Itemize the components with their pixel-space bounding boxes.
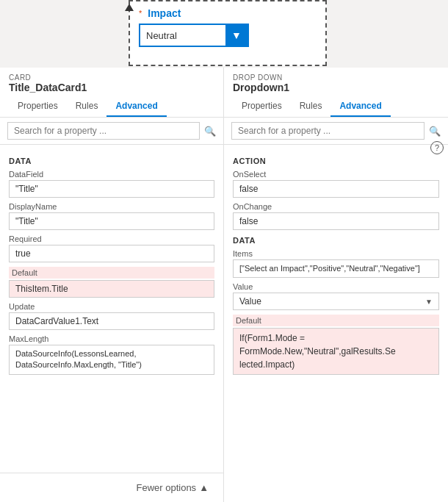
- left-panel: CARD Title_DataCard1 Properties Rules Ad…: [0, 68, 224, 502]
- right-action-section-label: ACTION: [233, 157, 439, 165]
- maxlength-value[interactable]: DataSourceInfo(LessonsLearned,DataSource…: [9, 345, 214, 375]
- default-value-left[interactable]: ThisItem.Title: [9, 280, 214, 298]
- maxlength-label: MaxLength: [9, 334, 214, 343]
- impact-label: Impact: [148, 7, 181, 19]
- tab-properties-left[interactable]: Properties: [9, 96, 67, 117]
- value-label: Value: [233, 282, 439, 291]
- tab-advanced-right[interactable]: Advanced: [330, 96, 390, 117]
- required-marker: *: [139, 9, 142, 18]
- right-data-section-label: DATA: [233, 236, 439, 245]
- datafield-value[interactable]: "Title": [9, 180, 214, 198]
- cursor-pointer: [125, 4, 134, 11]
- fewer-options-button[interactable]: Fewer options ▲: [130, 479, 214, 496]
- right-panel-body: ACTION OnSelect false OnChange false DAT…: [224, 145, 448, 502]
- items-label: Items: [233, 249, 439, 258]
- right-search-input[interactable]: [231, 122, 424, 140]
- help-icon[interactable]: ?: [430, 141, 444, 154]
- right-panel-type: DROP DOWN: [233, 73, 439, 82]
- left-panel-tabs: Properties Rules Advanced: [9, 96, 214, 117]
- onselect-label: OnSelect: [233, 170, 439, 179]
- required-value[interactable]: true: [9, 245, 214, 262]
- tab-rules-left[interactable]: Rules: [67, 96, 107, 117]
- default-value-right[interactable]: If(Form1.Mode =FormMode.New,"Neutral",ga…: [233, 328, 439, 375]
- items-value[interactable]: ["Select an Impact","Positive","Neutral"…: [233, 259, 439, 278]
- impact-dropdown[interactable]: Neutral ▼: [139, 24, 249, 47]
- dropdown-arrow-button[interactable]: ▼: [225, 25, 248, 46]
- right-panel-name: Dropdown1: [233, 82, 439, 93]
- tab-advanced-left[interactable]: Advanced: [106, 96, 166, 117]
- required-label: Required: [9, 234, 214, 243]
- tab-rules-right[interactable]: Rules: [291, 96, 331, 117]
- left-panel-body: DATA DataField "Title" DisplayName "Titl…: [0, 145, 223, 473]
- right-panel-header: DROP DOWN Dropdown1 Properties Rules Adv…: [224, 68, 448, 118]
- impact-popup: * Impact Neutral ▼: [129, 0, 327, 66]
- left-data-section-label: DATA: [9, 157, 214, 165]
- update-value[interactable]: DataCardValue1.Text: [9, 312, 214, 330]
- dropdown-selected-value: Neutral: [140, 27, 225, 44]
- value-dropdown[interactable]: Value ▼: [233, 293, 439, 310]
- value-dropdown-arrow-icon: ▼: [425, 298, 433, 306]
- panels-container: CARD Title_DataCard1 Properties Rules Ad…: [0, 68, 448, 502]
- left-search-input[interactable]: [7, 122, 200, 140]
- left-panel-search: 🔍: [0, 118, 223, 145]
- displayname-label: DisplayName: [9, 202, 214, 211]
- onselect-value[interactable]: false: [233, 180, 439, 198]
- displayname-value[interactable]: "Title": [9, 212, 214, 230]
- value-dropdown-text: Value: [239, 296, 261, 306]
- update-label: Update: [9, 302, 214, 311]
- datafield-label: DataField: [9, 170, 214, 179]
- left-panel-name: Title_DataCard1: [9, 82, 214, 93]
- left-panel-header: CARD Title_DataCard1 Properties Rules Ad…: [0, 68, 223, 118]
- onchange-label: OnChange: [233, 202, 439, 211]
- default-label-left: Default: [9, 267, 214, 279]
- right-panel-search: 🔍: [224, 118, 448, 145]
- left-search-icon: 🔍: [204, 126, 216, 137]
- onchange-value[interactable]: false: [233, 212, 439, 230]
- right-panel: ? DROP DOWN Dropdown1 Properties Rules A…: [224, 68, 448, 502]
- right-panel-tabs: Properties Rules Advanced: [233, 96, 439, 117]
- left-panel-type: CARD: [9, 73, 214, 82]
- default-label-right: Default: [233, 315, 439, 326]
- fewer-options-bar: Fewer options ▲: [0, 473, 223, 502]
- right-search-icon: 🔍: [429, 126, 441, 137]
- fewer-options-label: Fewer options: [136, 482, 196, 493]
- tab-properties-right[interactable]: Properties: [233, 96, 291, 117]
- fewer-options-chevron-icon: ▲: [199, 482, 209, 493]
